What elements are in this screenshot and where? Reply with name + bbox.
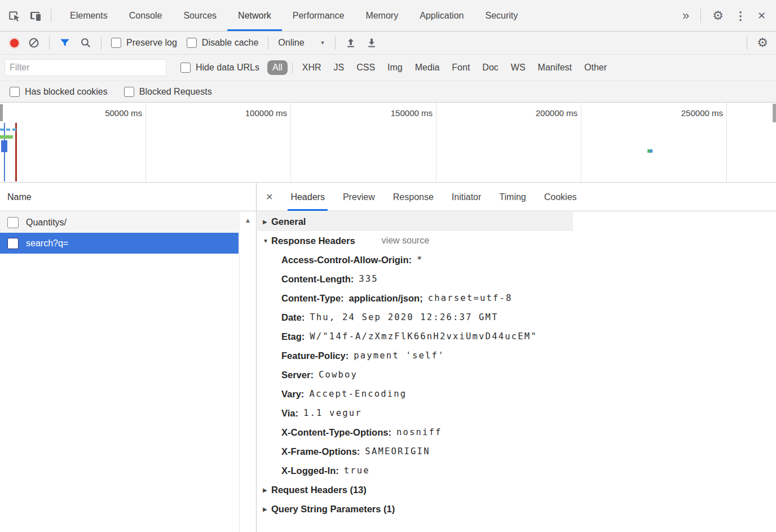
chevron-down-icon: ▼ bbox=[320, 40, 325, 46]
triangle-collapsed-icon[interactable]: ▶ bbox=[263, 506, 271, 512]
filter-chip-other[interactable]: Other bbox=[578, 61, 613, 74]
name-column-header[interactable]: Name bbox=[0, 183, 256, 211]
section-general[interactable]: ▶ General bbox=[257, 212, 573, 231]
header-row: Content-Length: 335 bbox=[257, 269, 776, 289]
section-response-headers[interactable]: ▼ Response Headers view source bbox=[257, 231, 776, 250]
header-row: Access-Control-Allow-Origin: * bbox=[257, 250, 776, 269]
search-icon[interactable] bbox=[80, 37, 91, 48]
throttling-value: Online bbox=[278, 38, 304, 48]
close-details-icon[interactable]: ✕ bbox=[257, 192, 281, 202]
inspect-element-icon[interactable] bbox=[8, 10, 20, 22]
triangle-expanded-icon[interactable]: ▼ bbox=[263, 238, 271, 244]
tab-memory[interactable]: Memory bbox=[355, 0, 409, 31]
close-devtools-icon[interactable]: ✕ bbox=[757, 11, 766, 21]
filter-chip-media[interactable]: Media bbox=[409, 61, 446, 74]
preserve-log-label[interactable]: Preserve log bbox=[126, 38, 177, 48]
request-rows: Quantitys/ search?q= bbox=[0, 212, 239, 254]
header-row: Date: Thu, 24 Sep 2020 12:26:37 GMT bbox=[257, 308, 776, 327]
triangle-collapsed-icon[interactable]: ▶ bbox=[263, 219, 271, 225]
detail-tab-timing[interactable]: Timing bbox=[496, 183, 528, 211]
throttling-dropdown[interactable]: Online ▼ bbox=[278, 38, 325, 48]
tab-network[interactable]: Network bbox=[227, 0, 282, 31]
header-row: X-Frame-Options: SAMEORIGIN bbox=[257, 442, 776, 461]
header-row: Feature-Policy: payment 'self' bbox=[257, 346, 776, 365]
request-row-checkbox[interactable] bbox=[7, 217, 19, 228]
filter-chip-ws[interactable]: WS bbox=[505, 61, 532, 74]
has-blocked-cookies-label[interactable]: Has blocked cookies bbox=[25, 87, 108, 97]
section-request-headers[interactable]: ▶ Request Headers (13) bbox=[257, 480, 776, 499]
timeline-gridline bbox=[146, 103, 146, 182]
waterfall-green-bar bbox=[0, 135, 13, 139]
filter-funnel-icon[interactable] bbox=[59, 37, 70, 48]
timeline-tick-label: 100000 ms bbox=[217, 108, 287, 118]
export-har-icon[interactable] bbox=[366, 37, 377, 48]
request-row-selected[interactable]: search?q= bbox=[0, 233, 239, 254]
view-source-button[interactable]: view source bbox=[382, 236, 429, 246]
has-blocked-cookies-group: Has blocked cookies bbox=[10, 87, 108, 97]
filter-chip-font[interactable]: Font bbox=[446, 61, 476, 74]
detail-tab-headers[interactable]: Headers bbox=[288, 183, 327, 211]
header-row: X-Logged-In: true bbox=[257, 461, 776, 480]
request-list-scrollbar[interactable]: ▲ bbox=[239, 212, 256, 532]
detail-tabs: ✕ Headers Preview Response Initiator Tim… bbox=[257, 183, 776, 211]
request-name: search?q= bbox=[26, 238, 68, 249]
header-row: Server: Cowboy bbox=[257, 365, 776, 384]
tab-sources[interactable]: Sources bbox=[173, 0, 227, 31]
detail-tab-initiator[interactable]: Initiator bbox=[449, 183, 484, 211]
overview-left-scroll-thumb[interactable] bbox=[0, 104, 3, 121]
record-network-log-icon[interactable] bbox=[10, 39, 19, 47]
network-overview-timeline[interactable]: 50000 ms 100000 ms 150000 ms 200000 ms 2… bbox=[0, 103, 776, 183]
header-row: X-Content-Type-Options: nosniff bbox=[257, 423, 776, 442]
waterfall-blue-line bbox=[4, 123, 5, 181]
timeline-gridline bbox=[436, 103, 436, 182]
blocked-requests-checkbox[interactable] bbox=[124, 87, 134, 97]
filter-chip-js[interactable]: JS bbox=[328, 61, 351, 74]
disable-cache-label[interactable]: Disable cache bbox=[202, 38, 259, 48]
toolbar-divider bbox=[747, 36, 747, 50]
filter-chip-manifest[interactable]: Manifest bbox=[532, 61, 578, 74]
tab-console[interactable]: Console bbox=[118, 0, 173, 31]
filter-chip-doc[interactable]: Doc bbox=[476, 61, 504, 74]
detail-tab-cookies[interactable]: Cookies bbox=[541, 183, 580, 211]
detail-tab-response[interactable]: Response bbox=[390, 183, 436, 211]
preserve-log-checkbox[interactable] bbox=[111, 38, 121, 48]
triangle-collapsed-icon[interactable]: ▶ bbox=[263, 487, 271, 493]
more-tabs-icon[interactable]: » bbox=[682, 10, 689, 22]
scroll-up-arrow-icon[interactable]: ▲ bbox=[245, 217, 252, 532]
toggle-device-toolbar-icon[interactable] bbox=[29, 10, 42, 22]
customize-menu-icon[interactable]: ⋮ bbox=[735, 10, 746, 21]
hide-data-urls-checkbox[interactable] bbox=[180, 63, 191, 73]
tab-application[interactable]: Application bbox=[409, 0, 474, 31]
network-settings-gear-icon[interactable]: ⚙ bbox=[757, 37, 776, 49]
tab-performance[interactable]: Performance bbox=[282, 0, 355, 31]
filter-chip-img[interactable]: Img bbox=[381, 61, 409, 74]
filter-chip-all[interactable]: All bbox=[267, 60, 288, 75]
chip-divider bbox=[292, 61, 293, 74]
settings-gear-icon[interactable]: ⚙ bbox=[712, 10, 724, 22]
disable-cache-group: Disable cache bbox=[187, 38, 259, 48]
hide-data-urls-label[interactable]: Hide data URLs bbox=[196, 63, 259, 73]
toolbar-left-icons bbox=[0, 9, 51, 23]
filter-chip-css[interactable]: CSS bbox=[350, 61, 381, 74]
request-row[interactable]: Quantitys/ bbox=[0, 212, 239, 233]
disable-cache-checkbox[interactable] bbox=[187, 38, 197, 48]
filter-chip-xhr[interactable]: XHR bbox=[296, 61, 328, 74]
tab-security[interactable]: Security bbox=[474, 0, 528, 31]
filter-input[interactable] bbox=[5, 59, 166, 76]
clear-network-log-icon[interactable] bbox=[28, 37, 39, 48]
section-query-string-parameters[interactable]: ▶ Query String Parameters (1) bbox=[257, 499, 776, 518]
detail-tab-preview[interactable]: Preview bbox=[340, 183, 378, 211]
waterfall-dashed-bar bbox=[0, 128, 18, 131]
overview-right-scroll-thumb[interactable] bbox=[773, 104, 776, 122]
timeline-tick-label: 200000 ms bbox=[508, 108, 577, 118]
import-har-icon[interactable] bbox=[345, 37, 356, 48]
has-blocked-cookies-checkbox[interactable] bbox=[10, 87, 20, 97]
blocked-requests-label[interactable]: Blocked Requests bbox=[139, 87, 212, 97]
network-filter-bar: Hide data URLs All XHR JS CSS Img Media … bbox=[0, 55, 776, 81]
tab-elements[interactable]: Elements bbox=[59, 0, 118, 31]
timeline-gridline bbox=[726, 103, 727, 182]
request-row-checkbox[interactable] bbox=[7, 238, 19, 249]
header-row: Etag: W/"14f-A/zXmzFlK66nH2vxiUmvD44ucEM… bbox=[257, 327, 776, 346]
request-details-pane: ✕ Headers Preview Response Initiator Tim… bbox=[257, 183, 776, 532]
header-row: Vary: Accept-Encoding bbox=[257, 384, 776, 404]
